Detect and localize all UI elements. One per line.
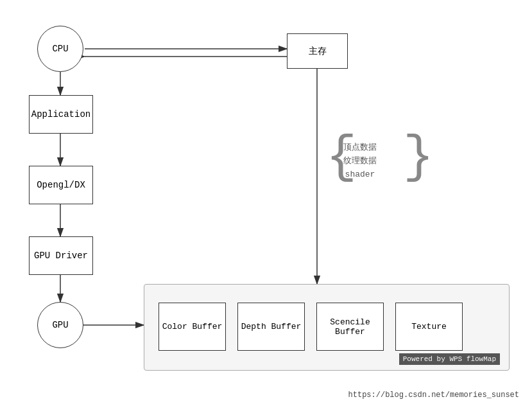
application-node: Application xyxy=(29,95,93,134)
gpu-label: GPU xyxy=(52,320,68,330)
main-memory-label: 主存 xyxy=(309,46,327,57)
curly-line3: shader xyxy=(345,170,375,179)
gpu-driver-node: GPU Driver xyxy=(29,236,93,275)
gpu-driver-label: GPU Driver xyxy=(34,251,88,261)
color-buffer-label: Color Buffer xyxy=(162,322,223,331)
powered-by-label: Powered by WPS flowMap xyxy=(399,353,500,365)
cpu-node: CPU xyxy=(37,26,83,72)
curly-line2: 纹理数据 xyxy=(343,156,377,166)
application-label: Application xyxy=(31,109,90,119)
cpu-label: CPU xyxy=(52,44,68,54)
opengl-label: Opengl/DX xyxy=(37,180,85,190)
scencile-buffer-node: Scencile Buffer xyxy=(316,303,384,351)
main-memory-node: 主存 xyxy=(287,33,348,69)
scencile-buffer-label: Scencile Buffer xyxy=(317,317,383,337)
color-buffer-node: Color Buffer xyxy=(159,303,226,351)
footer-url: https://blog.csdn.net/memories_sunset xyxy=(0,391,532,400)
texture-node: Texture xyxy=(395,303,463,351)
diagram-container: CPU 主存 Application Opengl/DX GPU Driver … xyxy=(0,0,532,385)
texture-label: Texture xyxy=(411,322,447,331)
depth-buffer-label: Depth Buffer xyxy=(241,322,302,331)
depth-buffer-node: Depth Buffer xyxy=(237,303,305,351)
url-text: https://blog.csdn.net/memories_sunset xyxy=(348,391,519,400)
curly-line1: 顶点数据 xyxy=(343,143,377,152)
curly-text: 顶点数据 纹理数据 shader xyxy=(343,141,377,181)
gpu-area: Color Buffer Depth Buffer Scencile Buffe… xyxy=(144,284,510,371)
curly-brace-right: } xyxy=(403,132,434,183)
opengl-node: Opengl/DX xyxy=(29,166,93,204)
gpu-node: GPU xyxy=(37,302,83,348)
